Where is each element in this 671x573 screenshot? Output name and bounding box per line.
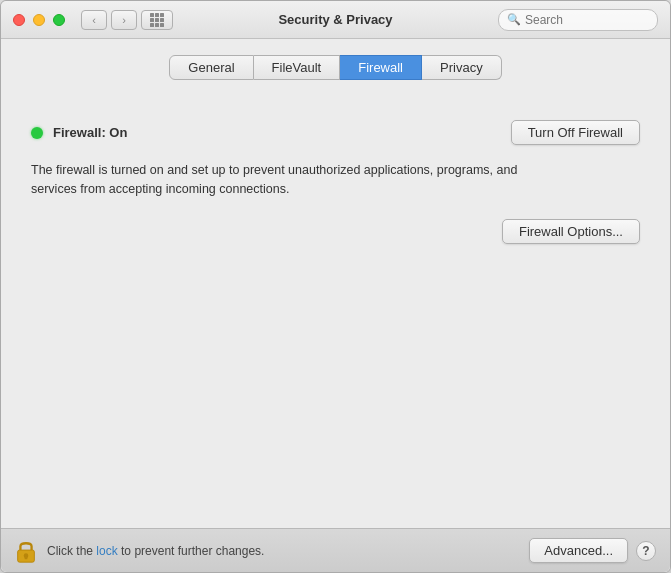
firewall-options-row: Firewall Options... [31,219,640,244]
tab-privacy[interactable]: Privacy [422,55,502,80]
firewall-description: The firewall is turned on and set up to … [31,161,531,199]
lock-link[interactable]: lock [96,544,117,558]
titlebar: ‹ › Security & Privacy 🔍 [1,1,670,39]
window-title: Security & Privacy [278,12,392,27]
advanced-button[interactable]: Advanced... [529,538,628,563]
tab-firewall[interactable]: Firewall [340,55,422,80]
firewall-status-row: Firewall: On Turn Off Firewall [31,120,640,145]
firewall-status-dot [31,127,43,139]
search-icon: 🔍 [507,13,521,26]
tabs-bar: General FileVault Firewall Privacy [1,55,670,80]
grid-button[interactable] [141,10,173,30]
lock-icon[interactable] [15,538,37,564]
close-button[interactable] [13,14,25,26]
forward-button[interactable]: › [111,10,137,30]
search-bar[interactable]: 🔍 [498,9,658,31]
firewall-panel: Firewall: On Turn Off Firewall The firew… [1,100,670,528]
svg-rect-2 [25,555,28,559]
tab-filevault[interactable]: FileVault [254,55,341,80]
firewall-description-text: The firewall is turned on and set up to … [31,163,517,196]
grid-icon [150,13,164,27]
firewall-status-label: Firewall: On [53,125,511,140]
turn-off-firewall-button[interactable]: Turn Off Firewall [511,120,640,145]
traffic-lights [13,14,65,26]
main-window: ‹ › Security & Privacy 🔍 General FileVau… [0,0,671,573]
nav-buttons: ‹ › [81,10,137,30]
tab-general[interactable]: General [169,55,253,80]
search-input[interactable] [525,13,649,27]
content-area: General FileVault Firewall Privacy Firew… [1,39,670,528]
help-button[interactable]: ? [636,541,656,561]
maximize-button[interactable] [53,14,65,26]
back-button[interactable]: ‹ [81,10,107,30]
footer-lock-text: Click the lock to prevent further change… [47,544,529,558]
minimize-button[interactable] [33,14,45,26]
footer: Click the lock to prevent further change… [1,528,670,572]
firewall-options-button[interactable]: Firewall Options... [502,219,640,244]
